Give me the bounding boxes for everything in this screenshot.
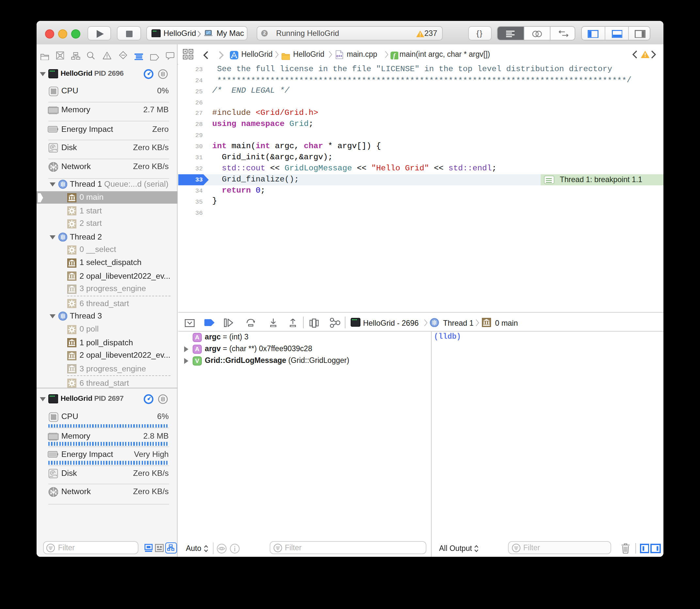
svg-text:c++: c++ <box>337 54 342 58</box>
